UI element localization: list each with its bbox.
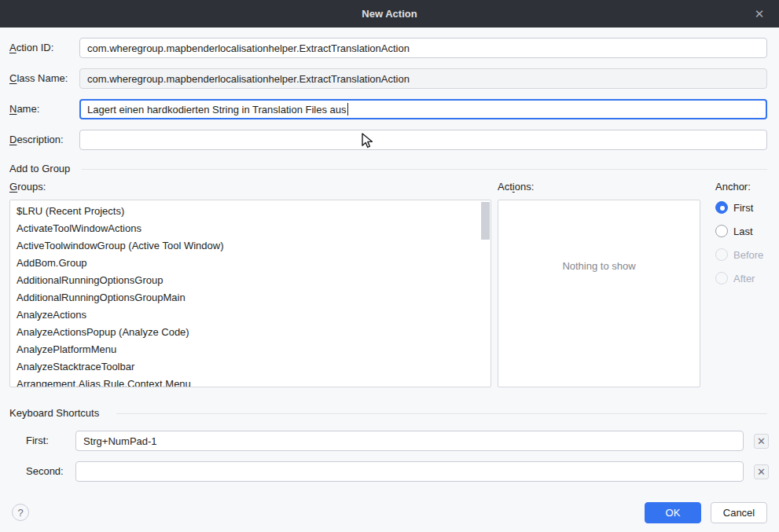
radio-label: First: [733, 202, 753, 214]
shortcut-first-input[interactable]: Strg+NumPad-1: [75, 431, 744, 451]
shortcut-first-value: Strg+NumPad-1: [83, 435, 157, 447]
list-item[interactable]: AnalyzeStacktraceToolbar: [10, 358, 491, 376]
list-item[interactable]: ActiveToolwindowGroup (Active Tool Windo…: [10, 237, 491, 255]
dialog-title-bar: New Action ✕: [0, 0, 779, 28]
list-item[interactable]: AddBom.Group: [10, 255, 491, 272]
actions-empty-text: Nothing to show: [498, 260, 700, 272]
add-to-group-divider: [82, 169, 767, 170]
clear-first-shortcut-icon[interactable]: ✕: [754, 434, 769, 449]
action-id-value: com.wheregroup.mapbenderlocalisationhelp…: [87, 42, 410, 54]
name-input[interactable]: Lagert einen hardkodierten String in Tra…: [79, 99, 767, 119]
groups-list-scrollbar[interactable]: [481, 202, 490, 240]
class-name-label: Class Name:: [9, 68, 68, 89]
action-id-label: Action ID:: [9, 38, 53, 58]
add-to-group-section-title: Add to Group: [9, 163, 70, 174]
radio-label: Last: [733, 226, 753, 237]
radio-label: Before: [733, 249, 763, 261]
description-label: Description:: [9, 130, 64, 150]
groups-label: Groups:: [9, 179, 46, 195]
shortcut-second-label: Second:: [26, 461, 64, 482]
name-value: Lagert einen hardkodierten String in Tra…: [87, 104, 347, 116]
actions-panel: Nothing to show: [498, 200, 700, 387]
ok-button[interactable]: OK: [645, 502, 701, 523]
radio-icon: [715, 201, 728, 214]
anchor-radio-first[interactable]: First: [715, 201, 753, 214]
list-item[interactable]: Arrangement.Alias.Rule.Context.Menu: [10, 376, 491, 387]
list-item[interactable]: ActivateToolWindowActions: [10, 220, 491, 237]
radio-icon: [715, 248, 728, 261]
actions-label: Actions:: [498, 179, 534, 195]
keyboard-shortcuts-section-title: Keyboard Shortcuts: [9, 408, 99, 419]
anchor-label: Anchor:: [715, 179, 751, 195]
description-input[interactable]: [79, 130, 767, 150]
radio-label: After: [733, 273, 755, 284]
action-id-input[interactable]: com.wheregroup.mapbenderlocalisationhelp…: [79, 38, 767, 58]
radio-icon: [715, 225, 728, 237]
name-label: Name:: [9, 99, 39, 119]
help-button[interactable]: ?: [12, 504, 29, 521]
list-item[interactable]: AnalyzeActions: [10, 306, 491, 324]
keyboard-shortcuts-divider: [116, 413, 767, 414]
list-item[interactable]: AnalyzePlatformMenu: [10, 341, 491, 358]
class-name-value: com.wheregroup.mapbenderlocalisationhelp…: [87, 73, 410, 85]
anchor-radio-before: Before: [715, 248, 763, 261]
cancel-button[interactable]: Cancel: [711, 502, 767, 523]
list-item[interactable]: AnalyzeActionsPopup (Analyze Code): [10, 324, 491, 341]
list-item[interactable]: AdditionalRunningOptionsGroupMain: [10, 289, 491, 306]
shortcut-first-label: First:: [26, 431, 49, 451]
anchor-radio-last[interactable]: Last: [715, 225, 753, 237]
groups-list[interactable]: $LRU (Recent Projects) ActivateToolWindo…: [9, 200, 491, 387]
dialog-title: New Action: [362, 8, 417, 20]
clear-second-shortcut-icon[interactable]: ✕: [754, 464, 769, 479]
shortcut-second-input[interactable]: [75, 461, 744, 482]
list-item[interactable]: $LRU (Recent Projects): [10, 203, 491, 220]
radio-icon: [715, 272, 728, 284]
class-name-input: com.wheregroup.mapbenderlocalisationhelp…: [79, 68, 767, 89]
close-icon[interactable]: ✕: [746, 0, 773, 28]
anchor-radio-after: After: [715, 272, 755, 284]
list-item[interactable]: AdditionalRunningOptionsGroup: [10, 272, 491, 289]
text-caret: [347, 103, 348, 116]
